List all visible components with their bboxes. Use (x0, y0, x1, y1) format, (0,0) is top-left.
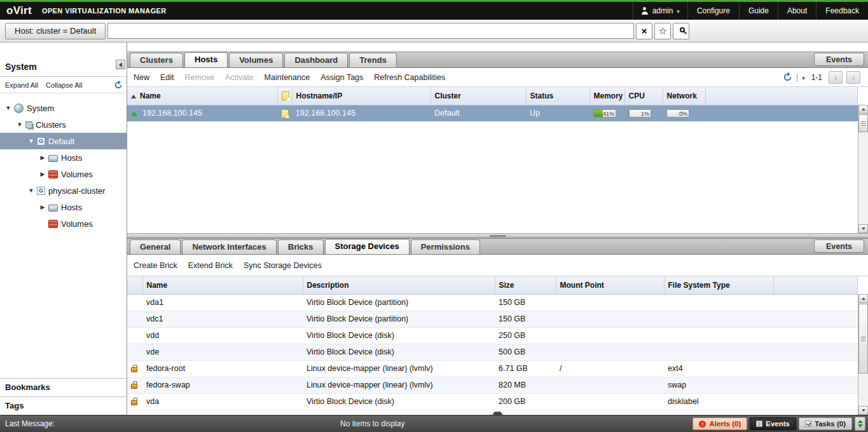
collapse-icon[interactable] (27, 187, 36, 194)
column-header-memory[interactable]: Memory (589, 87, 624, 105)
refresh-grid-icon[interactable] (783, 72, 792, 82)
column-header-filler (773, 276, 858, 294)
nav-about[interactable]: About (778, 2, 816, 20)
tags-section-header[interactable]: Tags (0, 396, 127, 415)
detail-tab-bricks[interactable]: Bricks (278, 240, 324, 254)
column-header-cpu[interactable]: CPU (624, 87, 663, 105)
detail-tab-general[interactable]: General (130, 240, 181, 254)
nav-guide[interactable]: Guide (739, 2, 778, 20)
collapse-icon[interactable] (27, 138, 36, 144)
footer-expand-button[interactable] (855, 417, 865, 431)
tree-item-volumes[interactable]: Volumes (0, 215, 127, 232)
user-menu[interactable]: admin (633, 2, 687, 20)
tab-hosts[interactable]: Hosts (184, 52, 228, 67)
column-header-status[interactable]: Status (526, 87, 589, 105)
next-page-button[interactable] (846, 71, 860, 84)
hosts-scrollbar[interactable] (858, 105, 868, 233)
bookmarks-section-header[interactable]: Bookmarks (0, 378, 127, 396)
cell-name: vde (142, 344, 303, 360)
expand-icon[interactable] (38, 204, 47, 210)
scroll-down-button[interactable] (858, 224, 868, 233)
tree-item-label: physical-cluster (48, 186, 106, 196)
cell-description: Virtio Block Device (disk) (303, 327, 495, 344)
clear-search-button[interactable]: × (636, 23, 652, 39)
collapse-icon[interactable] (4, 105, 13, 111)
column-header-network[interactable]: Network (663, 87, 705, 105)
toolbar-button-new[interactable]: New (134, 73, 149, 82)
events-footer-button[interactable]: Events (750, 417, 796, 430)
detail-tabs: GeneralNetwork InterfacesBricksStorage D… (129, 239, 481, 254)
search-button[interactable] (673, 23, 689, 39)
detail-tab-permissions[interactable]: Permissions (411, 240, 480, 254)
cell-size: 820 MB (495, 377, 556, 393)
column-header-description[interactable]: Description (303, 276, 495, 294)
host-row[interactable]: 192.168.100.145192.168.100.145DefaultUp4… (127, 105, 858, 121)
tasks-button[interactable]: Tasks (0) (799, 417, 852, 430)
refresh-tree-icon[interactable] (114, 81, 123, 90)
detail-tab-storage-devices[interactable]: Storage Devices (325, 239, 410, 254)
detail-tab-network-interfaces[interactable]: Network Interfaces (182, 240, 276, 254)
scrollbar-thumb[interactable] (858, 114, 868, 132)
sidebar-collapse-button[interactable] (116, 60, 125, 69)
toolbar-button-refresh-capabilities[interactable]: Refresh Capabilities (374, 73, 445, 82)
storage-device-row[interactable]: vdaVirtio Block Device (disk)200 GBdiskl… (127, 393, 858, 410)
tab-trends[interactable]: Trends (349, 53, 397, 67)
collapse-icon[interactable] (15, 121, 24, 128)
toolbar-button-edit[interactable]: Edit (160, 73, 174, 82)
expand-all-link[interactable]: Expand All (5, 81, 38, 89)
tree-item-physical-cluster[interactable]: physical-cluster (0, 182, 127, 199)
toolbar-button-assign-tags[interactable]: Assign Tags (320, 73, 363, 82)
toolbar-button-maintenance[interactable]: Maintenance (265, 73, 310, 82)
expand-icon[interactable] (38, 154, 47, 161)
nav-feedback[interactable]: Feedback (816, 2, 868, 20)
detail-events-button[interactable]: Events (814, 240, 864, 253)
tree-item-clusters[interactable]: Clusters (0, 116, 127, 133)
memory-usage-bar: 41% (593, 109, 616, 118)
refresh-rate-dropdown[interactable] (802, 73, 805, 82)
previous-page-button[interactable] (829, 71, 843, 84)
storage-device-row[interactable]: vdeVirtio Block Device (disk)500 GB (127, 344, 858, 360)
search-input[interactable] (107, 23, 634, 39)
storage-device-row[interactable]: vdc1Virtio Block Device (partition)150 G… (127, 311, 858, 327)
tab-clusters[interactable]: Clusters (130, 53, 183, 67)
bookmark-search-button[interactable]: ☆ (654, 23, 671, 39)
tab-dashboard[interactable]: Dashboard (284, 53, 348, 67)
storage-scrollbar[interactable] (858, 294, 868, 415)
tree-item-system[interactable]: System (0, 100, 127, 116)
tab-volumes[interactable]: Volumes (229, 53, 283, 67)
column-header-size[interactable]: Size (495, 276, 556, 294)
column-header-name[interactable]: Name (142, 276, 303, 294)
column-header-name[interactable]: Name (127, 87, 277, 105)
scrollbar-thumb[interactable] (858, 304, 868, 374)
storage-device-row[interactable]: vddVirtio Block Device (disk)250 GB (127, 327, 858, 344)
nav-configure[interactable]: Configure (687, 2, 739, 20)
column-header-cluster[interactable]: Cluster (431, 87, 526, 105)
search-scope-button[interactable]: Host: cluster = Default (5, 23, 106, 39)
toolbar-button-sync-storage-devices[interactable]: Sync Storage Devices (244, 261, 322, 270)
column-header-note[interactable] (277, 87, 292, 105)
cell-cluster: Default (431, 105, 526, 121)
tree-item-hosts[interactable]: Hosts (0, 149, 127, 166)
scroll-up-button[interactable] (858, 105, 868, 114)
toolbar-button-extend-brick[interactable]: Extend Brick (188, 261, 233, 270)
toolbar-button-create-brick[interactable]: Create Brick (134, 261, 177, 270)
panel-splitter[interactable] (127, 233, 868, 238)
column-header-mount-point[interactable]: Mount Point (556, 276, 664, 294)
alerts-button[interactable]: Alerts (0) (692, 417, 747, 430)
footer-panel-grip[interactable] (493, 412, 503, 415)
storage-device-row[interactable]: vda1Virtio Block Device (partition)150 G… (127, 294, 858, 311)
tree-item-label: System (27, 104, 54, 113)
storage-device-row[interactable]: fedora-swapLinux device-mapper (linear) … (127, 377, 858, 393)
tree-item-hosts[interactable]: Hosts (0, 199, 127, 215)
column-header-hostname-ip[interactable]: Hostname/IP (292, 87, 431, 105)
main-events-button[interactable]: Events (814, 53, 864, 66)
column-header-file-system-type[interactable]: File System Type (664, 276, 773, 294)
expand-icon[interactable] (38, 171, 47, 177)
tree-item-default[interactable]: Default (0, 133, 127, 149)
storage-device-row[interactable]: fedora-rootLinux device-mapper (linear) … (127, 360, 858, 377)
top-bar: oVirt OPEN VIRTUALIZATION MANAGER admin … (0, 0, 868, 20)
scroll-up-button[interactable] (858, 294, 868, 303)
scroll-down-button[interactable] (858, 406, 868, 415)
tree-item-volumes[interactable]: Volumes (0, 166, 127, 182)
collapse-all-link[interactable]: Collapse All (46, 81, 82, 89)
